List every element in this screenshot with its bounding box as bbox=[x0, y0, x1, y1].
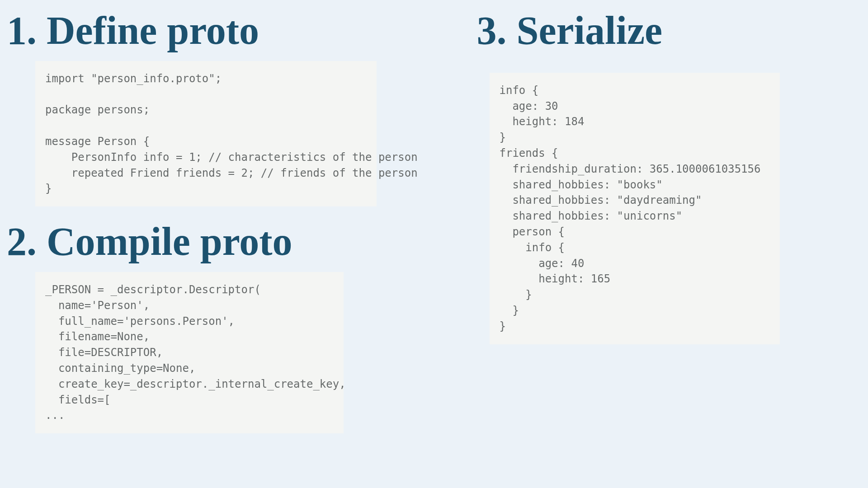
code-block-define: import "person_info.proto"; package pers… bbox=[35, 61, 377, 206]
heading-compile-proto: 2. Compile proto bbox=[7, 220, 459, 264]
heading-define-proto: 1. Define proto bbox=[7, 9, 459, 53]
left-column: 1. Define proto import "person_info.prot… bbox=[7, 9, 477, 479]
code-block-serialize: info { age: 30 height: 184 } friends { f… bbox=[490, 73, 780, 344]
heading-serialize: 3. Serialize bbox=[477, 9, 862, 53]
code-block-compile: _PERSON = _descriptor.Descriptor( name='… bbox=[35, 272, 344, 433]
right-column: 3. Serialize info { age: 30 height: 184 … bbox=[477, 9, 862, 479]
